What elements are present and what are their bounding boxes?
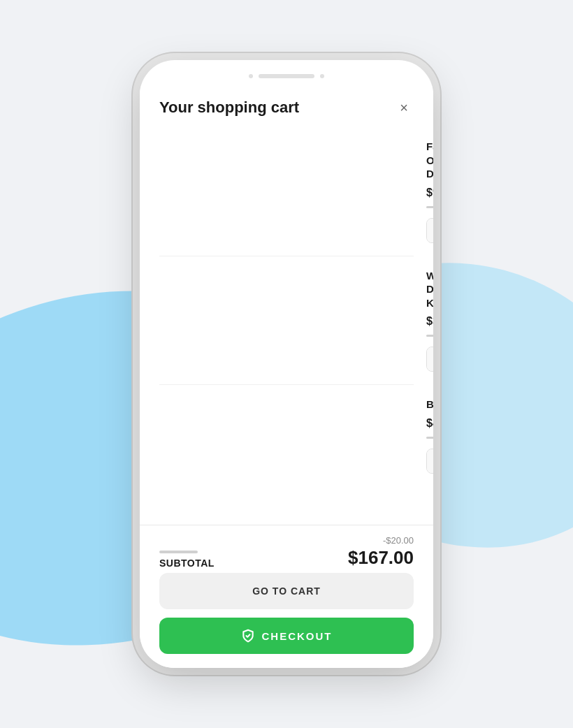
subtotal-bar	[159, 551, 198, 553]
item-price: $32.00	[426, 315, 433, 328]
quantity-control: − 1 +	[426, 449, 433, 474]
cart-item: Faux Fur Orthopedic Dog Bed $95.00 − 1 +	[159, 127, 414, 256]
cart-panel: Your shopping cart × Faux Fur Orthopedic…	[140, 85, 433, 668]
item-details: Waterproof Dog Mat Cat Kennel Mat $32.00…	[426, 269, 433, 372]
item-name: Bandanas Blue	[426, 398, 433, 412]
cart-item: Bandanas Blue $40.00 − 1 +	[159, 385, 414, 486]
cart-header: Your shopping cart ×	[140, 85, 433, 127]
checkout-button[interactable]: CHECKOUT	[159, 618, 414, 654]
item-divider	[426, 437, 433, 439]
quantity-decrease-button[interactable]: −	[427, 449, 433, 473]
quantity-control: − 1 +	[426, 347, 433, 372]
item-price: $95.00	[426, 187, 433, 199]
discount-text: -$20.00	[383, 535, 414, 546]
cart-footer: SUBTOTAL -$20.00 $167.00 GO TO CART CHEC…	[140, 525, 433, 668]
item-divider	[426, 335, 433, 337]
phone-dot-right	[320, 74, 324, 78]
shield-icon	[241, 629, 255, 643]
item-details: Faux Fur Orthopedic Dog Bed $95.00 − 1 +	[426, 140, 433, 243]
cart-title: Your shopping cart	[159, 99, 299, 117]
quantity-decrease-button[interactable]: −	[427, 219, 433, 242]
item-name: Faux Fur Orthopedic Dog Bed	[426, 140, 433, 181]
item-price: $40.00	[426, 417, 433, 430]
phone-top-bar	[140, 60, 433, 85]
checkout-label: CHECKOUT	[262, 630, 333, 642]
cart-items-list: Faux Fur Orthopedic Dog Bed $95.00 − 1 +…	[140, 127, 433, 525]
phone-frame: Your shopping cart × Faux Fur Orthopedic…	[140, 60, 433, 668]
item-divider	[426, 206, 433, 208]
subtotal-left: SUBTOTAL	[159, 551, 215, 569]
close-button[interactable]: ×	[394, 98, 414, 117]
item-details: Bandanas Blue $40.00 − 1 +	[426, 398, 433, 474]
subtotal-right: -$20.00 $167.00	[348, 535, 414, 569]
phone-notch	[259, 74, 314, 78]
go-to-cart-button[interactable]: GO TO CART	[159, 573, 414, 609]
phone-dot-left	[249, 74, 253, 78]
quantity-control: − 1 +	[426, 218, 433, 243]
subtotal-label: SUBTOTAL	[159, 558, 215, 569]
subtotal-row: SUBTOTAL -$20.00 $167.00	[159, 525, 414, 573]
cart-item: Waterproof Dog Mat Cat Kennel Mat $32.00…	[159, 256, 414, 386]
quantity-decrease-button[interactable]: −	[427, 347, 433, 371]
item-name: Waterproof Dog Mat Cat Kennel Mat	[426, 269, 433, 310]
subtotal-amount: $167.00	[348, 547, 414, 569]
